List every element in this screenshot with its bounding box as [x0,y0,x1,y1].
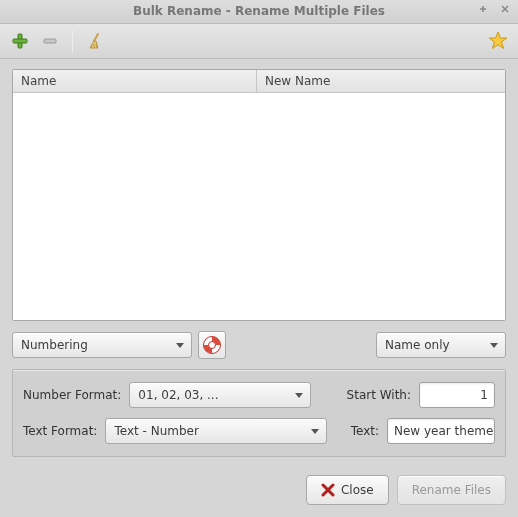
text-format-combo[interactable]: Text - Number [105,418,327,444]
chevron-down-icon [294,390,304,400]
text-input[interactable]: New year theme 2 [387,418,495,444]
close-button[interactable]: Close [306,475,389,505]
chevron-down-icon [489,340,499,350]
add-icon [11,32,29,50]
text-format-label: Text Format: [23,424,97,438]
remove-icon [41,32,59,50]
list-header: Name New Name [13,70,505,93]
file-list[interactable]: Name New Name [12,69,506,321]
mode-combo[interactable]: Numbering [12,332,192,358]
minimize-icon[interactable] [476,3,490,17]
column-name[interactable]: Name [13,70,257,92]
chevron-down-icon [310,426,320,436]
svg-marker-17 [311,429,319,434]
lifebuoy-icon [202,335,222,355]
svg-marker-11 [489,32,507,49]
mode-combo-value: Numbering [21,338,88,352]
add-button[interactable] [8,29,32,53]
options-panel: Number Format: 01, 02, 03, ... Start Wit… [12,369,506,457]
favorite-button[interactable] [486,29,510,53]
title-bar: Bulk Rename - Rename Multiple Files [0,0,518,24]
cancel-icon [321,483,335,497]
mode-row: Numbering Name only [12,331,506,359]
remove-button[interactable] [38,29,62,53]
bulk-rename-window: Bulk Rename - Rename Multiple Files [0,0,518,517]
number-format-value: 01, 02, 03, ... [138,388,218,402]
toolbar-separator [72,30,73,52]
toolbar [0,24,518,59]
action-bar: Close Rename Files [0,467,518,517]
clear-button[interactable] [83,29,107,53]
rename-files-button[interactable]: Rename Files [397,475,506,505]
text-label: Text: [351,424,379,438]
content-area: Name New Name Numbering Name only Number… [0,59,518,467]
number-format-combo[interactable]: 01, 02, 03, ... [129,382,311,408]
svg-marker-12 [176,343,184,348]
window-controls [476,3,512,17]
start-with-input[interactable]: 1 [419,382,495,408]
list-body[interactable] [13,93,505,320]
star-icon [488,31,508,51]
chevron-down-icon [175,340,185,350]
start-with-value: 1 [480,388,488,402]
close-button-label: Close [341,483,374,497]
svg-rect-6 [44,39,56,43]
svg-point-14 [209,342,216,349]
svg-marker-16 [295,393,303,398]
scope-combo-value: Name only [385,338,450,352]
text-format-value: Text - Number [114,424,198,438]
text-value: New year theme 2 [394,424,495,438]
rename-files-button-label: Rename Files [412,483,491,497]
number-format-label: Number Format: [23,388,121,402]
svg-marker-15 [490,343,498,348]
close-icon[interactable] [498,3,512,17]
help-button[interactable] [198,331,226,359]
start-with-label: Start With: [347,388,411,402]
scope-combo[interactable]: Name only [376,332,506,358]
svg-rect-5 [13,39,27,43]
svg-line-7 [94,34,98,41]
window-title: Bulk Rename - Rename Multiple Files [0,4,518,18]
column-new-name[interactable]: New Name [257,70,505,92]
broom-icon [86,32,104,50]
